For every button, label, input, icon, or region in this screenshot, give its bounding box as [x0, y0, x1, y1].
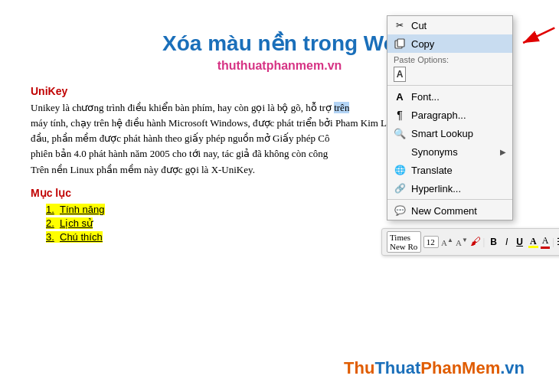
svg-rect-1: [397, 39, 404, 47]
bold-button[interactable]: B: [487, 236, 500, 248]
red-arrow: [510, 24, 556, 47]
paste-icon: A: [394, 68, 406, 80]
context-menu: ✂ Cut Copy Paste Options: A A Font... ¶ …: [387, 15, 513, 220]
context-menu-translate[interactable]: 🌐 Translate: [387, 161, 512, 179]
context-menu-synonyms[interactable]: Synonyms ▶: [387, 142, 512, 161]
translate-label: Translate: [411, 165, 506, 176]
separator2: [387, 199, 512, 200]
underline-button[interactable]: U: [513, 236, 526, 248]
translate-icon: 🌐: [394, 164, 406, 176]
font-shrink-down[interactable]: A▼: [456, 237, 468, 247]
context-menu-paragraph[interactable]: ¶ Paragraph...: [387, 106, 512, 124]
font-size-selector[interactable]: 12: [423, 236, 439, 248]
link-icon: 🔗: [394, 182, 406, 194]
synonyms-arrow: ▶: [500, 148, 506, 156]
context-menu-paste[interactable]: A: [387, 65, 512, 83]
divider2: |: [552, 237, 554, 248]
smart-lookup-label: Smart Lookup: [411, 128, 506, 139]
divider1: |: [483, 237, 485, 248]
context-menu-font[interactable]: A Font...: [387, 87, 512, 106]
context-menu-hyperlink[interactable]: 🔗 Hyperlink...: [387, 179, 512, 198]
context-menu-new-comment[interactable]: 💬 New Comment: [387, 201, 512, 220]
synonyms-label: Synonyms: [411, 146, 495, 158]
new-comment-label: New Comment: [411, 205, 506, 217]
copy-icon: [394, 38, 406, 50]
copy-label: Copy: [411, 38, 506, 50]
footer-brand: ThuThuatPhanMem.vn: [344, 358, 525, 378]
context-menu-cut[interactable]: ✂ Cut: [387, 16, 512, 34]
separator1: [387, 85, 512, 86]
context-menu-copy[interactable]: Copy: [387, 34, 512, 53]
smart-lookup-icon: 🔍: [394, 127, 406, 139]
paragraph-icon: ¶: [394, 109, 406, 121]
font-label: Font...: [411, 91, 506, 103]
comment-icon: 💬: [394, 204, 406, 217]
font-selector[interactable]: Times New Ro: [387, 231, 421, 253]
cut-label: Cut: [411, 20, 506, 31]
font-color-button[interactable]: A: [528, 237, 538, 248]
paragraph-label: Paragraph...: [411, 109, 506, 121]
context-menu-smart-lookup[interactable]: 🔍 Smart Lookup: [387, 124, 512, 142]
font-icon: A: [394, 90, 406, 103]
italic-button[interactable]: I: [502, 236, 511, 248]
svg-line-3: [523, 28, 554, 43]
synonyms-icon: [394, 145, 406, 158]
hyperlink-label: Hyperlink...: [411, 183, 506, 194]
highlight-color-button[interactable]: A: [541, 235, 551, 249]
eraser-icon[interactable]: 🖌: [470, 236, 481, 248]
paste-options-label: Paste Options:: [387, 53, 512, 65]
mini-toolbar: Times New Ro 12 A▲ A▼ 🖌 | B I U A A | ☰ …: [381, 228, 559, 256]
font-grow-up[interactable]: A▲: [441, 237, 453, 247]
scissors-icon: ✂: [394, 19, 406, 31]
